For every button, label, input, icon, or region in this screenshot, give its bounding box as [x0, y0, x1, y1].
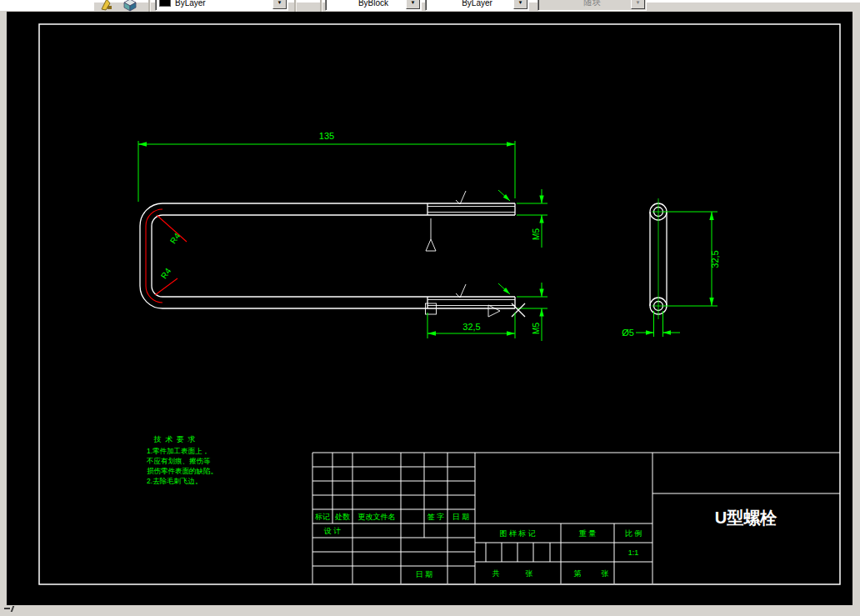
cad-window: { "toolbar": { "combos": [ {"label": "By… [0, 0, 860, 616]
dim-thread-length-group: 32,5 [428, 313, 515, 338]
menubar-left-remnant [0, 0, 94, 11]
notes-title: 技 术 要 求 [153, 435, 197, 443]
tb-sheet-no: 第 [574, 569, 582, 578]
dim-fillet-radius-upper: R4 [168, 231, 182, 245]
tb-count: 处数 [334, 513, 350, 521]
part-name: U型螺栓 [715, 508, 778, 527]
linetype-combo-value: ByBlock [358, 0, 388, 8]
dim-m5-bottom-group: M5 [498, 283, 548, 341]
side-view-centerlines [652, 198, 665, 319]
tb-sheets-total: 共 [492, 569, 500, 578]
r4-leader-lines [155, 215, 187, 295]
dim-thread-length: 32,5 [462, 322, 480, 332]
note-line: 1.零件加工表面上， [147, 447, 209, 455]
tb-mark: 标记 [314, 513, 330, 521]
tb-date-header: 日 期 [452, 513, 470, 521]
dim-side-span-group: 32,5 [664, 212, 720, 306]
tb-stamp: 图 样 标 记 [499, 529, 536, 538]
dim-overall-length: 135 [319, 131, 334, 141]
title-block-texts: 标记 处数 更改文件名 签 字 日 期 设 计 日 期 图 样 标 记 重 量 … [314, 508, 778, 578]
chevron-down-icon[interactable]: ▼ [513, 0, 528, 9]
cube-icon[interactable] [118, 0, 140, 12]
paint-icon[interactable] [99, 0, 114, 12]
dim-fillet-radius-lower: R4 [159, 266, 173, 280]
tb-weight: 重 量 [579, 529, 597, 538]
command-line-fragment [11, 606, 15, 612]
tb-date: 日 期 [416, 570, 433, 578]
u-bolt-outline [140, 203, 515, 308]
dim-thread-size-top: M5 [532, 228, 541, 240]
chevron-down-icon[interactable]: ▼ [406, 0, 420, 9]
thread-minor-lines [428, 207, 515, 306]
plotstyle-combo: 随块 ▼ [538, 0, 647, 11]
toolbar-separator [148, 0, 151, 12]
tb-scale-value: 1:1 [628, 548, 639, 557]
dim-m5-top-group: M5 [498, 189, 548, 248]
drawing-svg: R4 R4 135 M5 M5 32,5 [7, 12, 852, 605]
drawing-canvas[interactable]: R4 R4 135 M5 M5 32,5 [7, 12, 852, 605]
color-combo-value: ByLayer [175, 0, 206, 8]
toolbar-separator [294, 0, 297, 12]
note-line: 损伤零件表面的缺陷。 [147, 467, 218, 475]
lineweight-combo-value: ByLayer [462, 0, 492, 8]
command-line-fragment [4, 608, 10, 609]
chevron-down-icon: ▼ [631, 0, 645, 9]
color-swatch [159, 0, 171, 7]
dim-thread-size-bottom: M5 [532, 323, 541, 334]
tb-signature: 签 字 [428, 513, 445, 521]
note-line: 2.去除毛刺飞边。 [147, 477, 202, 485]
technical-notes: 技 术 要 求 1.零件加工表面上， 不应有划痕、擦伤等 损伤零件表面的缺陷。 … [146, 435, 218, 485]
status-bar [0, 605, 860, 616]
plotstyle-combo-value: 随块 [584, 0, 601, 8]
chevron-down-icon[interactable]: ▼ [272, 0, 287, 9]
linetype-combo[interactable]: ByBlock ▼ [325, 0, 422, 11]
tb-sheet-no-unit: 张 [602, 569, 609, 578]
tb-scale: 比 例 [625, 529, 642, 538]
side-view [650, 198, 667, 319]
datum-symbols [426, 218, 526, 317]
sheet-frame [39, 24, 840, 584]
note-line: 不应有划痕、擦伤等 [146, 457, 211, 465]
tb-design: 设 计 [324, 527, 342, 535]
dim-135-group: 135 [138, 131, 515, 202]
tb-filename: 更改文件名 [358, 513, 396, 521]
color-combo[interactable]: ByLayer ▼ [155, 0, 288, 11]
surface-finish-marks [456, 191, 466, 298]
toolbar-separator [320, 0, 322, 12]
dim-side-span: 32,5 [710, 250, 720, 268]
dim-hole-dia-group: Ø5 [622, 311, 680, 338]
bend-centerline-arc [146, 209, 162, 303]
properties-toolbar: ByLayer ▼ ByBlock ▼ ByLayer ▼ 随块 ▼ [0, 0, 860, 12]
lineweight-combo[interactable]: ByLayer ▼ [425, 0, 529, 11]
dim-hole-diameter: Ø5 [622, 328, 634, 338]
tb-sheets-total-unit: 张 [526, 569, 533, 578]
